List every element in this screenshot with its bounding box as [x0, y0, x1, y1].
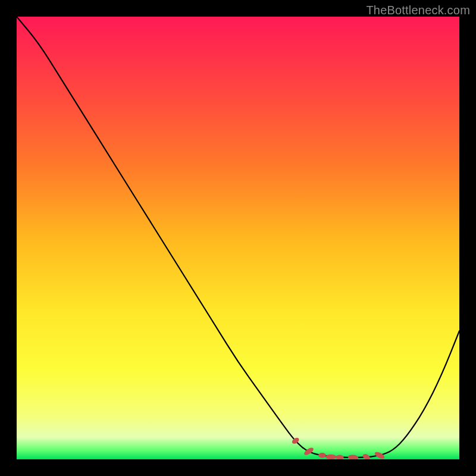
plot-area	[17, 17, 459, 459]
bottleneck-curve	[17, 17, 459, 458]
curve-markers	[291, 437, 386, 459]
curve-marker	[362, 453, 371, 459]
curve-marker	[336, 455, 343, 459]
watermark-text: TheBottleneck.com	[366, 4, 470, 17]
curve-marker	[303, 446, 315, 456]
curve-marker	[318, 453, 326, 458]
curve-marker	[325, 455, 336, 459]
curve-marker	[347, 455, 359, 459]
curve-marker	[374, 450, 386, 459]
chart-svg	[17, 17, 459, 459]
chart-container: TheBottleneck.com	[0, 0, 476, 476]
